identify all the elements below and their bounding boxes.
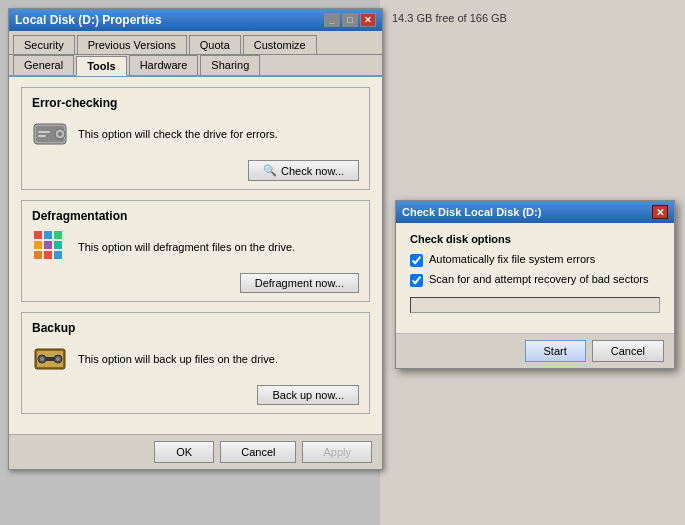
defragmentation-btn-row: Defragment now... (32, 273, 359, 293)
checkbox-row-1: Automatically fix file system errors (410, 253, 660, 267)
close-button[interactable]: ✕ (360, 13, 376, 27)
properties-window: Local Disk (D:) Properties _ □ ✕ Securit… (8, 8, 383, 470)
backup-section: Backup This option will back up files on… (21, 312, 370, 414)
tab-sharing[interactable]: Sharing (200, 55, 260, 75)
error-checking-btn-row: 🔍 Check now... (32, 160, 359, 181)
defragment-now-button[interactable]: Defragment now... (240, 273, 359, 293)
auto-fix-label: Automatically fix file system errors (429, 253, 595, 265)
tabs-row-1: Security Previous Versions Quota Customi… (9, 31, 382, 55)
title-bar-controls: _ □ ✕ (324, 13, 376, 27)
svg-point-20 (56, 357, 60, 361)
backup-content: This option will back up files on the dr… (32, 341, 359, 377)
check-disk-options-title: Check disk options (410, 233, 660, 245)
check-disk-close-button[interactable]: ✕ (652, 205, 668, 219)
svg-rect-7 (44, 231, 52, 239)
checkbox-row-2: Scan for and attempt recovery of bad sec… (410, 273, 660, 287)
check-disk-bottom-bar: Start Cancel (396, 333, 674, 368)
cancel-button[interactable]: Cancel (220, 441, 296, 463)
minimize-button[interactable]: _ (324, 13, 340, 27)
tab-customize[interactable]: Customize (243, 35, 317, 54)
defragmentation-content: This option will defragment files on the… (32, 229, 359, 265)
tab-previous-versions[interactable]: Previous Versions (77, 35, 187, 54)
error-checking-title: Error-checking (32, 96, 359, 110)
error-checking-content: This option will check the drive for err… (32, 116, 359, 152)
svg-rect-10 (44, 241, 52, 249)
defrag-icon (32, 229, 68, 265)
svg-rect-5 (38, 135, 46, 137)
check-now-icon: 🔍 (263, 164, 277, 177)
window-title: Local Disk (D:) Properties (15, 13, 162, 27)
svg-rect-8 (54, 231, 62, 239)
svg-rect-4 (38, 131, 50, 133)
defragmentation-desc: This option will defragment files on the… (78, 241, 359, 253)
error-checking-desc: This option will check the drive for err… (78, 128, 359, 140)
ok-button[interactable]: OK (154, 441, 214, 463)
tools-content: Error-checking This option will check th… (9, 77, 382, 434)
hdd-icon (32, 116, 68, 152)
bottom-bar: OK Cancel Apply (9, 434, 382, 469)
scan-bad-sectors-checkbox[interactable] (410, 274, 423, 287)
apply-button[interactable]: Apply (302, 441, 372, 463)
defragmentation-title: Defragmentation (32, 209, 359, 223)
backup-btn-row: Back up now... (32, 385, 359, 405)
progress-bar (410, 297, 660, 313)
check-disk-dialog: Check Disk Local Disk (D:) ✕ Check disk … (395, 200, 675, 369)
check-disk-content: Check disk options Automatically fix fil… (396, 223, 674, 333)
error-checking-section: Error-checking This option will check th… (21, 87, 370, 190)
tab-general[interactable]: General (13, 55, 74, 75)
backup-icon (32, 341, 68, 377)
check-disk-title-text: Check Disk Local Disk (D:) (402, 206, 541, 218)
disk-free-info: 14.3 GB free of 166 GB (392, 12, 507, 24)
auto-fix-checkbox[interactable] (410, 254, 423, 267)
backup-title: Backup (32, 321, 359, 335)
check-disk-cancel-button[interactable]: Cancel (592, 340, 664, 362)
svg-rect-13 (44, 251, 52, 259)
maximize-button[interactable]: □ (342, 13, 358, 27)
svg-rect-9 (34, 241, 42, 249)
tab-tools[interactable]: Tools (76, 56, 127, 76)
svg-point-3 (58, 132, 62, 136)
backup-now-button[interactable]: Back up now... (257, 385, 359, 405)
svg-rect-6 (34, 231, 42, 239)
svg-rect-11 (54, 241, 62, 249)
tab-hardware[interactable]: Hardware (129, 55, 199, 75)
svg-rect-21 (46, 357, 54, 361)
tabs-row-2: General Tools Hardware Sharing (9, 55, 382, 77)
svg-rect-12 (34, 251, 42, 259)
tab-security[interactable]: Security (13, 35, 75, 54)
check-now-button[interactable]: 🔍 Check now... (248, 160, 359, 181)
tab-quota[interactable]: Quota (189, 35, 241, 54)
svg-rect-14 (54, 251, 62, 259)
scan-bad-sectors-label: Scan for and attempt recovery of bad sec… (429, 273, 649, 285)
defragmentation-section: Defragmentation T (21, 200, 370, 302)
title-bar: Local Disk (D:) Properties _ □ ✕ (9, 9, 382, 31)
check-disk-start-button[interactable]: Start (525, 340, 586, 362)
svg-point-18 (40, 357, 44, 361)
check-disk-title-bar: Check Disk Local Disk (D:) ✕ (396, 201, 674, 223)
backup-desc: This option will back up files on the dr… (78, 353, 359, 365)
